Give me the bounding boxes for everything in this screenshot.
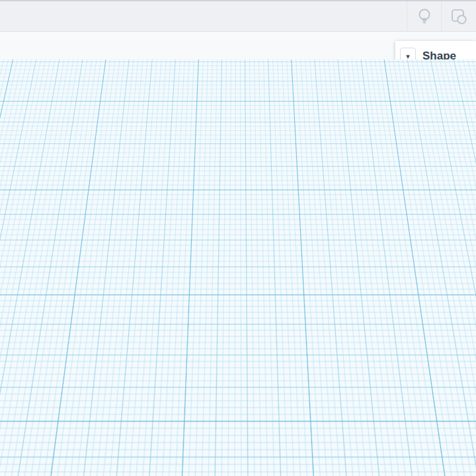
scale-handle-mid-right[interactable]: [325, 253, 331, 258]
rotate-handle-top[interactable]: [122, 75, 159, 86]
hints-button[interactable]: [407, 1, 442, 32]
top-app-bar: [0, 0, 476, 32]
color-swatch-button[interactable]: [431, 102, 468, 139]
chevron-down-icon: ▾: [406, 52, 410, 61]
swatch-label: Solid: [430, 144, 469, 154]
rotate-handle-bottom[interactable]: [128, 451, 154, 459]
shape-inspector-panel: ▾ Shape Solid: [395, 41, 476, 163]
shape-panel-collapse-button[interactable]: ▾: [400, 48, 416, 65]
text-shape[interactable]: TEXT TEXT TEXT TEXT: [0, 77, 335, 275]
rounded-square-circle-icon: [450, 7, 468, 26]
solid-color-swatch: [435, 106, 464, 135]
scale-handle-mid-top[interactable]: [138, 145, 144, 151]
scale-handle-corner-bottomright[interactable]: [383, 424, 392, 432]
shape-panel-title: Shape: [422, 50, 456, 63]
blocks-button[interactable]: [441, 1, 476, 32]
rotate-handle-right[interactable]: [348, 162, 358, 191]
scale-handle-corner-topright[interactable]: [287, 144, 296, 153]
lightbulb-icon: [416, 7, 433, 26]
scale-handle-mid-bottom[interactable]: [138, 425, 144, 431]
svg-text:TEXT: TEXT: [0, 77, 327, 266]
